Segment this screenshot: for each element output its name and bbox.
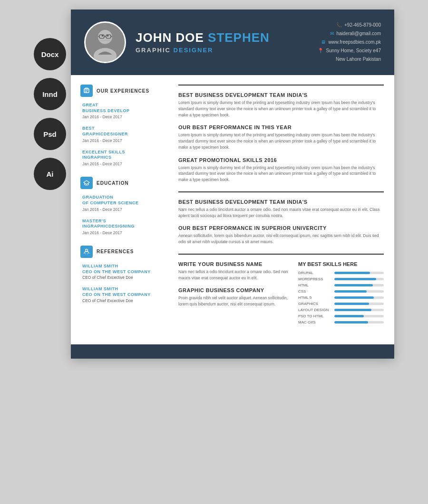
edu-title-1: MASTER'SINGRAPHICDESIGNING bbox=[82, 219, 163, 229]
exp-entry-0: GREATBUSINESS DEVELOP Jan 2016 - Dece 20… bbox=[80, 103, 163, 119]
skills-list: DRUPAL WORDPRESS HTML CSS HTML 5 bbox=[298, 271, 384, 324]
references-header: REFERENCES bbox=[80, 246, 163, 258]
skill-bar-fill-3 bbox=[334, 290, 367, 293]
ref-company-1: CEO ON THE WEST COMPANY bbox=[82, 292, 163, 298]
ref-role-0: CEO of Chief Excective Doe bbox=[82, 275, 163, 280]
resume-body: OUR EXPERIENCES GREATBUSINESS DEVELOP Ja… bbox=[71, 75, 394, 344]
skill-row-5: GRAPHICS bbox=[298, 302, 384, 306]
skill-bar-fill-2 bbox=[334, 284, 373, 286]
skill-label-1: WORDPRESS bbox=[298, 277, 331, 281]
ai-badge[interactable]: Ai bbox=[34, 158, 66, 190]
svg-point-1 bbox=[98, 30, 112, 44]
edu-date-0: Jan 2016 - Dece 2017 bbox=[82, 207, 163, 212]
biz-text-0: Nam nec tellus a odio tincidunt auctor a… bbox=[178, 269, 291, 281]
left-column: OUR EXPERIENCES GREATBUSINESS DEVELOP Ja… bbox=[71, 75, 171, 344]
skills-title: MY BEST SKILLS HERE bbox=[298, 261, 384, 267]
right-edu-title-1: OUR BEST PERFORMANCE IN SUPERIOR UNIVERC… bbox=[178, 225, 384, 231]
skill-bar-bg-7 bbox=[334, 315, 384, 317]
experience-icon bbox=[80, 85, 93, 97]
biz-title-0: WRITE YOUR BUSINESS NAME bbox=[178, 261, 291, 267]
skill-bar-bg-3 bbox=[334, 290, 384, 293]
skill-bar-bg-6 bbox=[334, 309, 384, 311]
biz-entry-1: GRAPHIC BUSINESS COMPANY Proin gravida n… bbox=[178, 287, 291, 307]
skill-row-8: MAC OXS bbox=[298, 320, 384, 324]
right-exp-text-0: Lorem Ipsum is simply dummy text of the … bbox=[178, 100, 384, 118]
skill-bar-bg-8 bbox=[334, 321, 384, 323]
skill-label-6: LAYOUT DESIGN bbox=[298, 308, 331, 312]
right-edu-title-0: BEST BUSINESS DEVELOPMENT TEAM INDIA'S bbox=[178, 199, 384, 205]
skill-row-0: DRUPAL bbox=[298, 271, 384, 275]
format-sidebar: Docx Innd Psd Ai bbox=[34, 10, 71, 190]
skill-bar-bg-0 bbox=[334, 272, 384, 274]
references-section: REFERENCES WILLIAM SMITH CEO ON THE WEST… bbox=[80, 246, 163, 303]
subtitle-main: GRAPHIC bbox=[136, 47, 171, 54]
skill-label-7: PSD TO HTML bbox=[298, 314, 331, 318]
ref-company-0: CEO ON THE WEST COMPANY bbox=[82, 269, 163, 275]
phone-icon: 📞 bbox=[336, 21, 342, 29]
skill-row-4: HTML 5 bbox=[298, 295, 384, 300]
address-line2: New Lahore Pakistan bbox=[318, 55, 381, 64]
skill-row-3: CSS bbox=[298, 289, 384, 294]
address-line1: 📍 Sunny Home, Society e47 bbox=[318, 47, 381, 55]
exp-entry-1: BESTGRAPHICDESIGNER Jan 2016 - Dece 2017 bbox=[80, 126, 163, 143]
exp-date-2: Jan 2016 - Dece 2017 bbox=[82, 162, 163, 166]
ref-name-0: WILLIAM SMITH bbox=[82, 264, 163, 269]
skill-label-5: GRAPHICS bbox=[298, 302, 331, 306]
right-exp-title-0: BEST BUSINESS DEVELOPMENT TEAM INDIA'S bbox=[178, 92, 384, 98]
docx-badge[interactable]: Docx bbox=[34, 38, 66, 70]
web-icon: 🖥 bbox=[321, 38, 326, 47]
skill-bar-fill-7 bbox=[334, 315, 364, 317]
references-title: REFERENCES bbox=[97, 249, 134, 254]
job-title: GRAPHIC DESIGNER bbox=[136, 47, 308, 54]
right-exp-0: BEST BUSINESS DEVELOPMENT TEAM INDIA'S L… bbox=[178, 92, 384, 118]
email: haiderali@gmail.com bbox=[336, 29, 381, 38]
contact-info: 📞 +92-465-879-000 ✉ haiderali@gmail.com … bbox=[318, 21, 381, 64]
name-first: JOHN DOE bbox=[136, 30, 204, 45]
exp-title-2: EXCELENT SKILLSINGRAPHICS bbox=[82, 150, 163, 161]
psd-badge[interactable]: Psd bbox=[34, 118, 66, 150]
skill-label-4: HTML 5 bbox=[298, 295, 331, 300]
bottom-section: WRITE YOUR BUSINESS NAME Nam nec tellus … bbox=[178, 261, 384, 326]
email-line: ✉ haiderali@gmail.com bbox=[318, 29, 381, 38]
right-exp-text-1: Lorem Ipsum is simply dummy text of the … bbox=[178, 132, 384, 150]
skill-row-2: HTML bbox=[298, 283, 384, 287]
phone-line: 📞 +92-465-879-000 bbox=[318, 21, 381, 29]
full-name: JOHN DOE STEPHEN bbox=[136, 31, 308, 45]
ref-name-1: WILLIAM SMITH bbox=[82, 286, 163, 292]
edu-entry-1: MASTER'SINGRAPHICDESIGNING Jan 2016 - De… bbox=[80, 219, 163, 235]
experience-header: OUR EXPERIENCES bbox=[80, 85, 163, 97]
resume-header: JOHN DOE STEPHEN GRAPHIC DESIGNER 📞 +92-… bbox=[71, 10, 394, 75]
website: www.freepsdbies.com.pk bbox=[328, 38, 381, 47]
right-exp-2: GREAT PROMOTIONAL SKILLS 2016 Lorem Ipsu… bbox=[178, 157, 384, 183]
edu-date-1: Jan 2016 - Dece 2017 bbox=[82, 230, 163, 235]
edu-entry-0: GRADUATIONOF COMPUTER SCIENCE Jan 2016 -… bbox=[80, 195, 163, 211]
references-icon bbox=[80, 246, 93, 258]
phone: +92-465-879-000 bbox=[344, 21, 381, 29]
exp-date-0: Jan 2016 - Dece 2017 bbox=[82, 114, 163, 119]
name-title: JOHN DOE STEPHEN GRAPHIC DESIGNER bbox=[136, 31, 308, 54]
page-wrapper: Docx Innd Psd Ai bbox=[34, 10, 394, 359]
education-header: EDUCATION bbox=[80, 177, 163, 189]
education-section: EDUCATION GRADUATIONOF COMPUTER SCIENCE … bbox=[80, 177, 163, 235]
skill-bar-bg-4 bbox=[334, 296, 384, 299]
resume-card: JOHN DOE STEPHEN GRAPHIC DESIGNER 📞 +92-… bbox=[71, 10, 394, 359]
biz-column: WRITE YOUR BUSINESS NAME Nam nec tellus … bbox=[178, 261, 291, 326]
skill-bar-fill-0 bbox=[334, 272, 370, 274]
right-exp-text-2: Lorem Ipsum is simply dummy text of the … bbox=[178, 165, 384, 183]
skill-bar-fill-8 bbox=[334, 321, 368, 323]
skill-label-0: DRUPAL bbox=[298, 271, 331, 275]
experience-section: OUR EXPERIENCES GREATBUSINESS DEVELOP Ja… bbox=[80, 85, 163, 166]
subtitle-accent: DESIGNER bbox=[174, 47, 214, 54]
innd-badge[interactable]: Innd bbox=[34, 78, 66, 110]
skill-bar-fill-5 bbox=[334, 303, 369, 305]
experience-title: OUR EXPERIENCES bbox=[97, 88, 149, 94]
edu-title-0: GRADUATIONOF COMPUTER SCIENCE bbox=[82, 195, 163, 206]
exp-title-0: GREATBUSINESS DEVELOP bbox=[82, 103, 163, 114]
svg-rect-5 bbox=[100, 39, 110, 41]
biz-entry-0: WRITE YOUR BUSINESS NAME Nam nec tellus … bbox=[178, 261, 291, 281]
skill-row-7: PSD TO HTML bbox=[298, 314, 384, 318]
exp-divider bbox=[178, 85, 384, 86]
right-exp-title-1: OUR BEST PERFORMANCE IN THIS YEAR bbox=[178, 124, 384, 130]
skill-label-2: HTML bbox=[298, 283, 331, 287]
right-column: BEST BUSINESS DEVELOPMENT TEAM INDIA'S L… bbox=[171, 75, 394, 344]
